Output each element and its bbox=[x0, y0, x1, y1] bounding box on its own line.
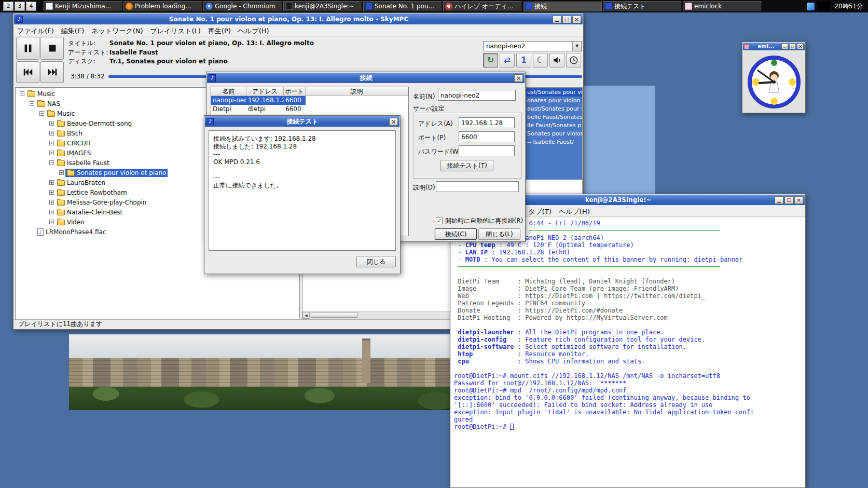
port-field[interactable] bbox=[459, 131, 515, 142]
tree-expander-icon[interactable]: − bbox=[39, 111, 44, 116]
password-field[interactable] bbox=[459, 145, 515, 156]
terminal-output[interactable]: 0:44 - Fri 21/06/19 ────────────────────… bbox=[451, 218, 805, 487]
close-icon[interactable] bbox=[797, 44, 804, 49]
tree-expander-icon[interactable]: + bbox=[59, 170, 64, 175]
playlist-item[interactable]: lle Faust/Sonates p bbox=[526, 121, 582, 130]
taskbar-task[interactable]: Google - Chromium bbox=[203, 1, 282, 11]
tree-expander-icon[interactable]: + bbox=[49, 141, 54, 145]
menu-item[interactable]: ヘルプ(H) bbox=[235, 25, 273, 37]
address-label: アドレス(A) bbox=[418, 119, 453, 128]
playlist-item[interactable] bbox=[526, 163, 582, 171]
maximize-icon[interactable] bbox=[562, 16, 571, 23]
terminal-segment: : Shows CPU information and stats. bbox=[469, 358, 645, 365]
menu-item[interactable]: ファイル(F) bbox=[13, 25, 58, 37]
playlist-item[interactable] bbox=[526, 146, 582, 155]
terminal-segment: cpu bbox=[454, 358, 469, 365]
chevron-down-icon[interactable] bbox=[572, 42, 581, 51]
table-header-cell[interactable]: アドレス bbox=[246, 87, 284, 96]
volume-button[interactable] bbox=[549, 53, 564, 67]
skympc-titlebar[interactable]: Sonate No. 1 pour violon et piano, Op. 1… bbox=[14, 14, 583, 24]
close-icon[interactable] bbox=[514, 74, 523, 82]
connection-test-button[interactable]: 接続テスト(T) bbox=[440, 160, 493, 171]
taskbar-task[interactable]: Problem loading... bbox=[123, 1, 202, 11]
workspace-button[interactable]: 4 bbox=[26, 2, 36, 11]
workspace-button[interactable]: 3 bbox=[15, 2, 25, 11]
tree-expander-icon[interactable]: + bbox=[49, 131, 54, 135]
taskbar-task[interactable]: kenji@2A3Single:~ bbox=[283, 1, 362, 11]
close-icon[interactable] bbox=[389, 118, 398, 126]
taskbar-task[interactable]: 接続テスト bbox=[603, 1, 682, 11]
tree-expander-icon[interactable]: + bbox=[49, 200, 54, 205]
tree-expander-icon[interactable]: − bbox=[30, 101, 34, 106]
folder-icon bbox=[57, 151, 65, 156]
pause-button[interactable] bbox=[16, 37, 39, 60]
menu-item[interactable]: プレイリスト(L) bbox=[147, 25, 204, 37]
menu-item[interactable]: ヘルプ(H) bbox=[555, 206, 594, 218]
playlist-item[interactable]: Sonates pour violon bbox=[526, 130, 582, 138]
minimize-icon[interactable] bbox=[781, 44, 788, 49]
name-field[interactable] bbox=[438, 90, 516, 101]
playlist-item[interactable]: ust/Sonates pour vi bbox=[526, 88, 582, 97]
test-close-button[interactable]: 閉じる bbox=[356, 256, 396, 267]
server-combobox[interactable]: nanopi-neo2 bbox=[483, 41, 582, 51]
close-dialog-button[interactable]: 閉じる(L) bbox=[478, 228, 520, 240]
tree-item-content: CIRCUIT bbox=[56, 139, 93, 147]
table-header-cell[interactable]: ポート bbox=[284, 87, 306, 96]
table-header-cell[interactable]: 名前 bbox=[211, 87, 246, 96]
close-icon[interactable] bbox=[794, 196, 803, 204]
table-header-cell[interactable]: 説明 bbox=[306, 87, 408, 96]
taskbar-clock[interactable]: 20時51分 bbox=[834, 2, 863, 11]
shuffle-button[interactable] bbox=[500, 53, 515, 67]
taskbar-task[interactable]: emiclock bbox=[683, 1, 762, 11]
server-row[interactable]: Dietpidietpi6600 bbox=[211, 105, 408, 114]
menu-item[interactable]: 編集(E) bbox=[58, 25, 88, 37]
playlist-item[interactable]: aust/Sonates pour v bbox=[526, 105, 582, 113]
taskbar-task[interactable]: Sonate No. 1 pou... bbox=[363, 1, 442, 11]
repeat-button[interactable] bbox=[483, 53, 498, 67]
tree-expander-icon[interactable]: + bbox=[49, 121, 54, 126]
close-icon[interactable] bbox=[572, 16, 581, 23]
test-dialog-titlebar[interactable]: 接続テスト bbox=[205, 116, 399, 127]
description-field[interactable] bbox=[436, 181, 519, 192]
checkbox-checked-icon[interactable] bbox=[436, 218, 443, 224]
tree-expander-icon[interactable]: + bbox=[49, 220, 54, 224]
tree-expander-icon[interactable]: + bbox=[49, 190, 54, 195]
next-track-button[interactable] bbox=[40, 61, 64, 83]
tray-icon[interactable] bbox=[807, 3, 815, 10]
playlist-item[interactable] bbox=[526, 171, 582, 180]
maximize-icon[interactable] bbox=[784, 196, 793, 204]
tree-expander-icon[interactable]: − bbox=[20, 91, 24, 96]
playlist-item[interactable]: onates pour violon bbox=[526, 97, 582, 105]
taskbar-task[interactable]: Kenji Mizushima... bbox=[44, 1, 122, 11]
stop-button[interactable] bbox=[40, 37, 64, 60]
previous-track-button[interactable] bbox=[16, 61, 39, 83]
menu-item[interactable]: ネットワーク(N) bbox=[88, 25, 146, 37]
minimize-icon[interactable] bbox=[553, 16, 561, 23]
tree-expander-icon[interactable]: + bbox=[49, 210, 54, 214]
emiclock-app-icon bbox=[744, 44, 749, 49]
tree-expander-icon[interactable]: + bbox=[49, 151, 54, 155]
scrollbar-thumb[interactable] bbox=[311, 313, 357, 318]
maximize-icon[interactable] bbox=[789, 44, 796, 49]
playlist-item[interactable] bbox=[526, 155, 582, 163]
tree-expander-icon[interactable]: − bbox=[49, 160, 54, 165]
taskbar-task[interactable]: 接続 bbox=[523, 1, 602, 11]
reconnect-checkbox-row[interactable]: 開始時に自動的に再接続(R) bbox=[436, 216, 523, 225]
server-row[interactable]: nanopi-neo2192.168.1.286600 bbox=[211, 96, 408, 105]
scroll-left-icon[interactable] bbox=[302, 312, 310, 319]
consume-mode-button[interactable] bbox=[533, 53, 548, 67]
menu-item[interactable]: タブ(T) bbox=[525, 206, 555, 218]
sleep-timer-button[interactable] bbox=[566, 53, 581, 67]
workspace-button[interactable]: 2 bbox=[3, 2, 13, 11]
connect-button[interactable]: 接続(C) bbox=[435, 228, 477, 240]
tree-expander-icon[interactable]: + bbox=[49, 180, 54, 185]
playlist-item[interactable]: -- Isabelle Faust/ bbox=[526, 138, 582, 146]
connect-dialog-titlebar[interactable]: 接続 bbox=[207, 73, 525, 83]
emiclock-titlebar[interactable]: emi... bbox=[743, 43, 805, 50]
single-mode-button[interactable] bbox=[516, 53, 531, 67]
taskbar-task[interactable]: ハイレゾ オーディ... bbox=[443, 1, 522, 11]
minimize-icon[interactable] bbox=[775, 196, 783, 204]
playlist-item[interactable]: belle Faust/Sonates bbox=[526, 113, 582, 121]
address-field[interactable] bbox=[459, 117, 515, 128]
menu-item[interactable]: 再生(P) bbox=[204, 25, 235, 37]
